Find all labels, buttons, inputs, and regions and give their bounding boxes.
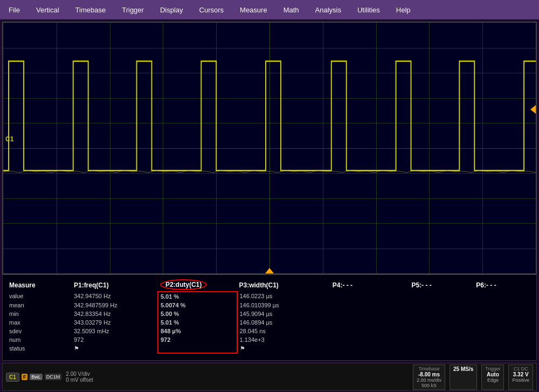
p6-num [474,335,531,344]
row-label-num: num [7,335,72,344]
p4-sdev [330,327,410,335]
p3-min: 145.9094 µs [237,310,330,318]
p2-header: P2:duty(C1) [158,278,237,292]
p1-mean: 342.9487599 Hz [72,301,158,310]
table-row: max 343.03279 Hz 5.01 % 146.0894 µs [7,318,531,327]
ch1-offset: 0 mV offset [66,377,93,383]
menu-measure[interactable]: Measure [237,4,271,16]
menu-trigger[interactable]: Trigger [119,4,147,16]
table-row: sdev 32.5093 mHz 848 µ% 28.045 ns [7,327,531,335]
p4-num [330,335,410,344]
p5-value [409,292,474,301]
p4-status [330,344,410,353]
p2-status [158,344,237,353]
timebase-label: Timebase [418,366,439,372]
ch-indicator: C1 DC [514,366,528,372]
p4-mean [330,301,410,310]
p6-mean [474,301,531,310]
status-bar: C1 F BwL DC1M 2.00 V/div 0 mV offset Tim… [2,363,537,391]
p2-max: 5.01 % [158,318,237,327]
table-row: status ⚑ ⚑ [7,344,531,353]
f-badge: F [22,374,28,380]
p1-min: 342.83354 Hz [72,310,158,318]
p6-value [474,292,531,301]
p2-highlight-circle: P2:duty(C1) [160,279,207,290]
main-area: C1 Measure P1:freq(C1) P2:duty(C1) P3:wi… [0,19,539,392]
p6-min [474,310,531,318]
channel-1-settings: 2.00 V/div 0 mV offset [66,371,93,383]
table-row: min 342.83354 Hz 5.00 % 145.9094 µs [7,310,531,318]
menu-file[interactable]: File [5,4,23,16]
trigger-position-marker [265,268,274,273]
p5-num [409,335,474,344]
p6-sdev [474,327,531,335]
menu-cursors[interactable]: Cursors [196,4,227,16]
channel-1-badge: C1 [6,373,19,382]
trigger-label: Trigger [485,366,500,372]
p1-status: ⚑ [72,344,158,353]
trigger-marker [530,105,536,114]
menu-utilities[interactable]: Utilities [354,4,383,16]
p2-sdev: 848 µ% [158,327,237,335]
p3-mean: 146.010399 µs [237,301,330,310]
p5-min [409,310,474,318]
timebase-value: -8.00 ms [418,372,440,377]
p1-num: 972 [72,335,158,344]
row-label-status: status [7,344,72,353]
sample-rate-block: 25 MS/s [450,365,477,390]
oscilloscope-screen: C1 [2,22,537,274]
p4-max [330,318,410,327]
menubar: File Vertical Timebase Trigger Display C… [0,0,539,19]
row-label-min: min [7,310,72,318]
channel-1-info: C1 F BwL DC1M 2.00 V/div 0 mV offset [6,371,93,383]
p6-header: P6:- - - [474,278,531,292]
channel-1-label: C1 [5,135,13,143]
measurement-area: Measure P1:freq(C1) P2:duty(C1) P3:width… [2,274,537,361]
ch-indicator-block: C1 DC 3.32 V Positive [508,365,533,390]
row-label-max: max [7,318,72,327]
row-label-value: value [7,292,72,301]
table-row: mean 342.9487599 Hz 5.0074 % 146.010399 … [7,301,531,310]
measure-col-header: Measure [7,278,72,292]
p3-value: 146.0223 µs [237,292,330,301]
p2-mean: 5.0074 % [158,301,237,310]
p6-status [474,344,531,353]
p4-min [330,310,410,318]
waveform [3,23,536,273]
timebase-block: Timebase -8.00 ms 2.00 ms/div 500 kS [413,365,445,390]
table-row: num 972 972 1.134e+3 [7,335,531,344]
menu-vertical[interactable]: Vertical [33,4,63,16]
p5-mean [409,301,474,310]
p1-header: P1:freq(C1) [72,278,158,292]
p1-max: 343.03279 Hz [72,318,158,327]
trigger-block: Trigger Auto Edge [481,365,504,390]
p5-max [409,318,474,327]
dc1m-badge: DC1M [45,374,62,380]
ch1-vdiv: 2.00 V/div [66,371,93,377]
trigger-type: Edge [487,377,499,383]
menu-analysis[interactable]: Analysis [312,4,344,16]
polarity: Positive [512,377,529,383]
p5-status [409,344,474,353]
row-label-sdev: sdev [7,327,72,335]
menu-help[interactable]: Help [393,4,414,16]
p4-value [330,292,410,301]
status-right-group: Timebase -8.00 ms 2.00 ms/div 500 kS 25 … [413,365,533,390]
menu-timebase[interactable]: Timebase [72,4,109,16]
p3-max: 146.0894 µs [237,318,330,327]
p3-num: 1.134e+3 [237,335,330,344]
timebase-sub2: 500 kS [421,383,437,388]
timebase-sub1: 2.00 ms/div [417,377,441,383]
p2-value: 5.01 % [158,292,237,301]
p2-num: 972 [158,335,237,344]
p5-header: P5:- - - [409,278,474,292]
menu-math[interactable]: Math [280,4,302,16]
p6-max [474,318,531,327]
sample-rate: 25 MS/s [453,366,473,372]
p3-status: ⚑ [237,344,330,353]
row-label-mean: mean [7,301,72,310]
menu-display[interactable]: Display [157,4,186,16]
table-row: value 342.94750 Hz 5.01 % 146.0223 µs [7,292,531,301]
p4-header: P4:- - - [330,278,410,292]
p2-min: 5.00 % [158,310,237,318]
